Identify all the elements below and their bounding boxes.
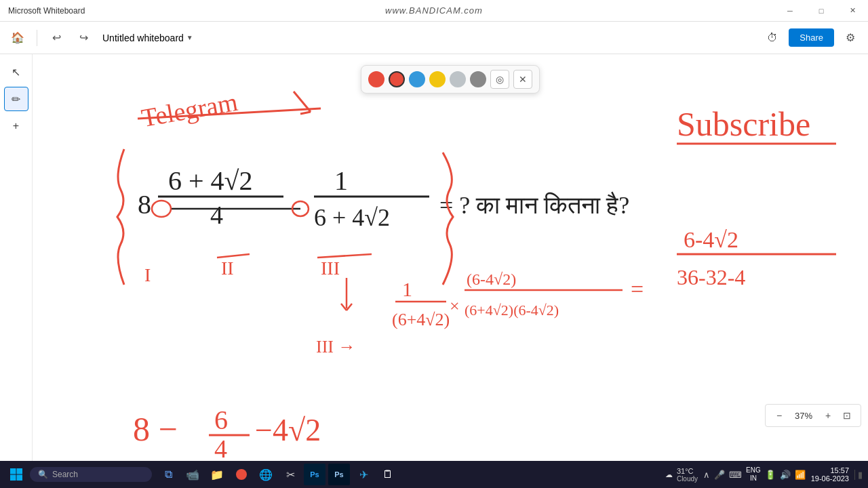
- show-hidden-icons[interactable]: ∧: [703, 470, 710, 480]
- svg-text:III: III: [321, 258, 340, 279]
- svg-text:4: 4: [210, 201, 223, 229]
- pen-close-button[interactable]: ✕: [513, 70, 532, 89]
- pen-color-red1[interactable]: [368, 71, 384, 87]
- svg-text:6 + 4√2: 6 + 4√2: [168, 165, 253, 196]
- svg-text:1: 1: [334, 165, 348, 196]
- select-tool-button[interactable]: ↖: [4, 60, 28, 84]
- pen-color-red2[interactable]: [389, 71, 405, 87]
- svg-text:−4√2: −4√2: [255, 413, 321, 447]
- redo-button[interactable]: ↪: [73, 27, 94, 49]
- pen-tool-button[interactable]: ✏: [4, 87, 28, 111]
- pen-color-dark-gray[interactable]: [470, 71, 486, 87]
- svg-text:6: 6: [214, 405, 228, 435]
- weather-icon: ☁: [665, 470, 673, 479]
- svg-text:(6+4√2)(6-4√2): (6+4√2)(6-4√2): [465, 302, 559, 319]
- pen-color-blue[interactable]: [409, 71, 425, 87]
- svg-text:1: 1: [402, 278, 412, 300]
- app-title: Microsoft Whiteboard: [8, 6, 85, 16]
- svg-text:III →: III →: [316, 337, 355, 357]
- svg-line-19: [317, 254, 372, 258]
- pen-reset-button[interactable]: ◎: [490, 70, 509, 89]
- maximize-button[interactable]: □: [806, 0, 837, 22]
- taskbar-explorer-icon[interactable]: 📁: [206, 464, 228, 485]
- weather-temp: 31°C: [677, 467, 698, 475]
- taskbar-record-icon[interactable]: [231, 464, 252, 485]
- pen-color-yellow[interactable]: [429, 71, 446, 87]
- whiteboard-title-text: Untitled whiteboard: [102, 33, 184, 43]
- weather-widget[interactable]: ☁ 31°C Cloudy: [665, 467, 698, 483]
- svg-text:Telegram: Telegram: [139, 87, 239, 132]
- battery-icon[interactable]: 🔋: [765, 470, 776, 480]
- zoom-level: 37%: [790, 411, 817, 421]
- keyboard-icon[interactable]: ⌨: [729, 470, 742, 480]
- taskbar-wb-icon[interactable]: 🗒: [377, 464, 399, 485]
- undo-button[interactable]: ↩: [45, 27, 67, 49]
- pen-toolbar: ◎ ✕: [361, 65, 540, 94]
- show-desktop-button[interactable]: ▮: [854, 470, 863, 480]
- titlebar: Microsoft Whiteboard www.BANDICAM.com ─ …: [0, 0, 868, 22]
- minimize-button[interactable]: ─: [774, 0, 806, 22]
- volume-icon[interactable]: 🔊: [780, 470, 791, 480]
- taskbar-apps: ⧉ 📹 📁 🌐 ✂ Ps Ps ✈ 🗒: [157, 464, 399, 485]
- taskbar-search[interactable]: 🔍 Search: [30, 467, 152, 482]
- svg-text:4: 4: [214, 434, 227, 461]
- svg-rect-44: [10, 475, 16, 481]
- svg-text:8: 8: [138, 189, 151, 220]
- svg-text:36-32-4: 36-32-4: [677, 265, 745, 289]
- language-indicator[interactable]: ENG IN: [746, 466, 761, 483]
- bandicam-banner: www.BANDICAM.com: [385, 5, 483, 16]
- whiteboard-title[interactable]: Untitled whiteboard ▼: [102, 33, 193, 43]
- taskbar-snip-icon[interactable]: ✂: [279, 464, 301, 485]
- taskbar: 🔍 Search ⧉ 📹 📁 🌐 ✂ Ps Ps ✈ 🗒 ☁ 31°C Clou…: [0, 461, 868, 488]
- svg-text:8 −: 8 −: [133, 410, 178, 448]
- settings-icon[interactable]: ⚙: [840, 27, 861, 49]
- pen-color-gray[interactable]: [450, 71, 466, 87]
- main-toolbar: 🏠 ↩ ↪ Untitled whiteboard ▼ ⏱ Share ⚙: [0, 22, 868, 54]
- search-label: Search: [52, 470, 78, 479]
- svg-rect-45: [17, 475, 23, 481]
- taskbar-chrome-icon[interactable]: 🌐: [255, 464, 277, 485]
- svg-text:(6-4√2): (6-4√2): [467, 270, 516, 288]
- canvas-area[interactable]: ◎ ✕ Telegram 6 + 4√2 4 8: [33, 54, 868, 461]
- zoom-fit-button[interactable]: ⊡: [839, 407, 855, 424]
- svg-text:I: I: [144, 264, 151, 285]
- share-button[interactable]: Share: [789, 28, 834, 47]
- close-button[interactable]: ✕: [837, 0, 868, 22]
- search-icon: 🔍: [38, 470, 48, 479]
- svg-text:=: =: [631, 277, 644, 302]
- toolbar-separator: [37, 30, 37, 46]
- mic-icon[interactable]: 🎤: [714, 470, 725, 480]
- zoom-out-button[interactable]: −: [771, 407, 787, 424]
- taskview-button[interactable]: ⧉: [157, 464, 179, 485]
- home-button[interactable]: 🏠: [7, 27, 28, 49]
- add-button[interactable]: +: [4, 114, 28, 138]
- svg-text:II: II: [221, 258, 234, 279]
- svg-text:(6+4√2): (6+4√2): [392, 310, 450, 329]
- system-tray-icons: ∧ 🎤 ⌨ ENG IN 🔋 🔊 📶: [703, 466, 806, 483]
- weather-condition: Cloudy: [677, 475, 698, 483]
- zoom-controls: − 37% + ⊡: [765, 404, 861, 427]
- taskbar-ps-icon[interactable]: Ps: [304, 464, 326, 485]
- taskbar-ps2-icon[interactable]: Ps: [328, 464, 350, 485]
- whiteboard-canvas[interactable]: Telegram 6 + 4√2 4 8 1 6 + 4√2 =: [33, 54, 868, 461]
- taskbar-telegram-icon[interactable]: ✈: [353, 464, 374, 485]
- start-button[interactable]: [5, 464, 27, 485]
- svg-rect-43: [17, 468, 23, 474]
- toolbar-right: ⏱ Share ⚙: [762, 27, 861, 49]
- clock-date: 19-06-2023: [811, 474, 849, 483]
- svg-line-3: [300, 112, 311, 114]
- taskbar-systray: ☁ 31°C Cloudy ∧ 🎤 ⌨ ENG IN 🔋 🔊 📶 15:57 1…: [665, 466, 863, 483]
- window-controls: ─ □ ✕: [774, 0, 868, 22]
- svg-text:= ? का मान कितना है?: = ? का मान कितना है?: [439, 191, 629, 219]
- svg-text:6-4√2: 6-4√2: [684, 227, 738, 252]
- svg-point-8: [152, 201, 171, 217]
- zoom-in-button[interactable]: +: [820, 407, 836, 424]
- svg-text:6 + 4√2: 6 + 4√2: [314, 204, 390, 231]
- clock-time: 15:57: [811, 466, 849, 474]
- taskbar-meet-icon[interactable]: 📹: [182, 464, 203, 485]
- network-icon[interactable]: 📶: [795, 470, 806, 480]
- svg-point-46: [236, 469, 247, 480]
- system-clock[interactable]: 15:57 19-06-2023: [811, 466, 849, 483]
- chevron-down-icon: ▼: [186, 34, 193, 41]
- history-icon[interactable]: ⏱: [762, 27, 783, 49]
